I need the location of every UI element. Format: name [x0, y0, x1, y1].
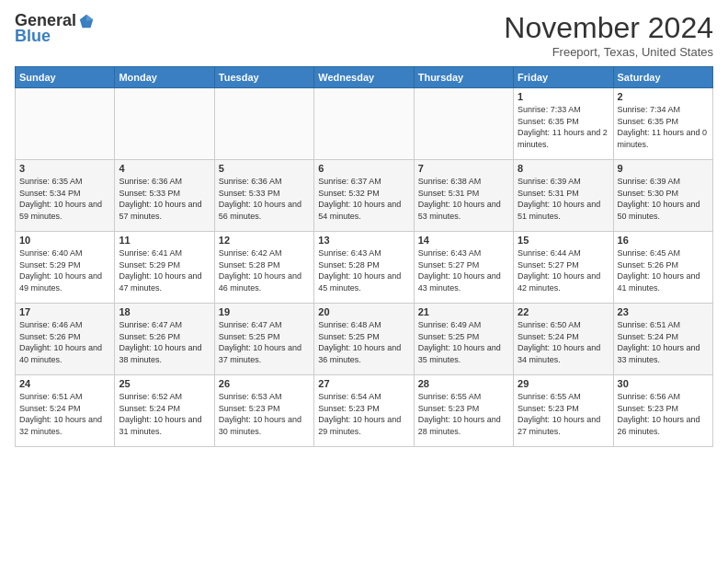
day-cell: 3Sunrise: 6:35 AMSunset: 5:34 PMDaylight…: [16, 160, 115, 232]
day-cell: 18Sunrise: 6:47 AMSunset: 5:26 PMDayligh…: [115, 304, 214, 375]
day-number: 5: [219, 163, 310, 174]
day-info: Sunrise: 6:39 AMSunset: 5:30 PMDaylight:…: [618, 176, 709, 222]
day-cell: 11Sunrise: 6:41 AMSunset: 5:29 PMDayligh…: [115, 232, 214, 304]
day-number: 23: [618, 306, 709, 317]
weekday-header-monday: Monday: [115, 67, 214, 88]
day-cell: 28Sunrise: 6:55 AMSunset: 5:23 PMDayligh…: [414, 375, 513, 447]
day-cell: 5Sunrise: 6:36 AMSunset: 5:33 PMDaylight…: [214, 160, 313, 232]
day-cell: [214, 88, 313, 160]
day-info: Sunrise: 6:44 AMSunset: 5:27 PMDaylight:…: [518, 247, 609, 293]
day-number: 6: [318, 163, 409, 174]
week-row-5: 24Sunrise: 6:51 AMSunset: 5:24 PMDayligh…: [16, 375, 713, 447]
day-cell: 30Sunrise: 6:56 AMSunset: 5:23 PMDayligh…: [613, 375, 712, 447]
day-cell: 23Sunrise: 6:51 AMSunset: 5:24 PMDayligh…: [613, 304, 712, 375]
title-area: November 2024 Freeport, Texas, United St…: [504, 11, 713, 59]
day-number: 8: [518, 163, 609, 174]
day-cell: 8Sunrise: 6:39 AMSunset: 5:31 PMDaylight…: [514, 160, 613, 232]
logo-icon: [78, 13, 95, 29]
day-number: 22: [518, 306, 609, 317]
day-info: Sunrise: 6:51 AMSunset: 5:24 PMDaylight:…: [19, 391, 110, 437]
day-cell: 20Sunrise: 6:48 AMSunset: 5:25 PMDayligh…: [314, 304, 414, 375]
day-cell: 25Sunrise: 6:52 AMSunset: 5:24 PMDayligh…: [115, 375, 214, 447]
day-cell: 19Sunrise: 6:47 AMSunset: 5:25 PMDayligh…: [214, 304, 313, 375]
weekday-header-sunday: Sunday: [16, 67, 115, 88]
day-cell: 2Sunrise: 7:34 AMSunset: 6:35 PMDaylight…: [613, 88, 712, 160]
weekday-header-tuesday: Tuesday: [214, 67, 313, 88]
day-number: 10: [19, 235, 110, 246]
day-cell: 13Sunrise: 6:43 AMSunset: 5:28 PMDayligh…: [314, 232, 414, 304]
day-cell: 4Sunrise: 6:36 AMSunset: 5:33 PMDaylight…: [115, 160, 214, 232]
day-info: Sunrise: 6:55 AMSunset: 5:23 PMDaylight:…: [518, 391, 609, 437]
day-cell: 9Sunrise: 6:39 AMSunset: 5:30 PMDaylight…: [613, 160, 712, 232]
day-number: 18: [119, 306, 210, 317]
day-number: 3: [19, 163, 110, 174]
day-number: 19: [219, 306, 310, 317]
day-cell: 6Sunrise: 6:37 AMSunset: 5:32 PMDaylight…: [314, 160, 414, 232]
day-number: 25: [119, 378, 210, 389]
weekday-header-friday: Friday: [514, 67, 613, 88]
calendar-table: SundayMondayTuesdayWednesdayThursdayFrid…: [15, 66, 713, 447]
weekday-header-saturday: Saturday: [613, 67, 712, 88]
day-cell: [16, 88, 115, 160]
day-info: Sunrise: 6:42 AMSunset: 5:28 PMDaylight:…: [219, 247, 310, 293]
day-info: Sunrise: 6:51 AMSunset: 5:24 PMDaylight:…: [618, 319, 709, 365]
day-info: Sunrise: 6:39 AMSunset: 5:31 PMDaylight:…: [518, 176, 609, 222]
day-cell: 16Sunrise: 6:45 AMSunset: 5:26 PMDayligh…: [613, 232, 712, 304]
day-cell: 7Sunrise: 6:38 AMSunset: 5:31 PMDaylight…: [414, 160, 513, 232]
logo: General Blue: [15, 11, 95, 46]
day-number: 21: [418, 306, 509, 317]
day-number: 14: [418, 235, 509, 246]
day-cell: 21Sunrise: 6:49 AMSunset: 5:25 PMDayligh…: [414, 304, 513, 375]
day-number: 2: [618, 91, 709, 102]
day-cell: 14Sunrise: 6:43 AMSunset: 5:27 PMDayligh…: [414, 232, 513, 304]
day-info: Sunrise: 6:52 AMSunset: 5:24 PMDaylight:…: [119, 391, 210, 437]
day-cell: 10Sunrise: 6:40 AMSunset: 5:29 PMDayligh…: [16, 232, 115, 304]
day-number: 7: [418, 163, 509, 174]
day-info: Sunrise: 6:46 AMSunset: 5:26 PMDaylight:…: [19, 319, 110, 365]
day-info: Sunrise: 6:48 AMSunset: 5:25 PMDaylight:…: [318, 319, 409, 365]
day-info: Sunrise: 7:33 AMSunset: 6:35 PMDaylight:…: [518, 104, 609, 150]
day-info: Sunrise: 6:43 AMSunset: 5:28 PMDaylight:…: [318, 247, 409, 293]
week-row-1: 1Sunrise: 7:33 AMSunset: 6:35 PMDaylight…: [16, 88, 713, 160]
day-number: 27: [318, 378, 409, 389]
day-number: 13: [318, 235, 409, 246]
week-row-4: 17Sunrise: 6:46 AMSunset: 5:26 PMDayligh…: [16, 304, 713, 375]
month-title: November 2024: [504, 11, 713, 45]
day-info: Sunrise: 6:43 AMSunset: 5:27 PMDaylight:…: [418, 247, 509, 293]
day-info: Sunrise: 6:54 AMSunset: 5:23 PMDaylight:…: [318, 391, 409, 437]
day-number: 4: [119, 163, 210, 174]
day-number: 1: [518, 91, 609, 102]
weekday-header-thursday: Thursday: [414, 67, 513, 88]
day-info: Sunrise: 6:49 AMSunset: 5:25 PMDaylight:…: [418, 319, 509, 365]
day-number: 11: [119, 235, 210, 246]
day-number: 30: [618, 378, 709, 389]
day-number: 28: [418, 378, 509, 389]
day-cell: [414, 88, 513, 160]
day-info: Sunrise: 6:41 AMSunset: 5:29 PMDaylight:…: [119, 247, 210, 293]
day-info: Sunrise: 6:47 AMSunset: 5:25 PMDaylight:…: [219, 319, 310, 365]
day-info: Sunrise: 6:35 AMSunset: 5:34 PMDaylight:…: [19, 176, 110, 222]
day-cell: 17Sunrise: 6:46 AMSunset: 5:26 PMDayligh…: [16, 304, 115, 375]
weekday-header-wednesday: Wednesday: [314, 67, 414, 88]
day-number: 20: [318, 306, 409, 317]
day-info: Sunrise: 6:36 AMSunset: 5:33 PMDaylight:…: [119, 176, 210, 222]
day-cell: 29Sunrise: 6:55 AMSunset: 5:23 PMDayligh…: [514, 375, 613, 447]
day-info: Sunrise: 6:45 AMSunset: 5:26 PMDaylight:…: [618, 247, 709, 293]
day-info: Sunrise: 6:36 AMSunset: 5:33 PMDaylight:…: [219, 176, 310, 222]
day-cell: 1Sunrise: 7:33 AMSunset: 6:35 PMDaylight…: [514, 88, 613, 160]
day-number: 24: [19, 378, 110, 389]
day-number: 17: [19, 306, 110, 317]
day-number: 26: [219, 378, 310, 389]
day-info: Sunrise: 6:40 AMSunset: 5:29 PMDaylight:…: [19, 247, 110, 293]
day-info: Sunrise: 6:53 AMSunset: 5:23 PMDaylight:…: [219, 391, 310, 437]
day-number: 16: [618, 235, 709, 246]
day-number: 12: [219, 235, 310, 246]
day-cell: 27Sunrise: 6:54 AMSunset: 5:23 PMDayligh…: [314, 375, 414, 447]
day-info: Sunrise: 7:34 AMSunset: 6:35 PMDaylight:…: [618, 104, 709, 150]
day-cell: 24Sunrise: 6:51 AMSunset: 5:24 PMDayligh…: [16, 375, 115, 447]
day-cell: 26Sunrise: 6:53 AMSunset: 5:23 PMDayligh…: [214, 375, 313, 447]
day-cell: [314, 88, 414, 160]
day-number: 15: [518, 235, 609, 246]
day-cell: 22Sunrise: 6:50 AMSunset: 5:24 PMDayligh…: [514, 304, 613, 375]
day-cell: 15Sunrise: 6:44 AMSunset: 5:27 PMDayligh…: [514, 232, 613, 304]
